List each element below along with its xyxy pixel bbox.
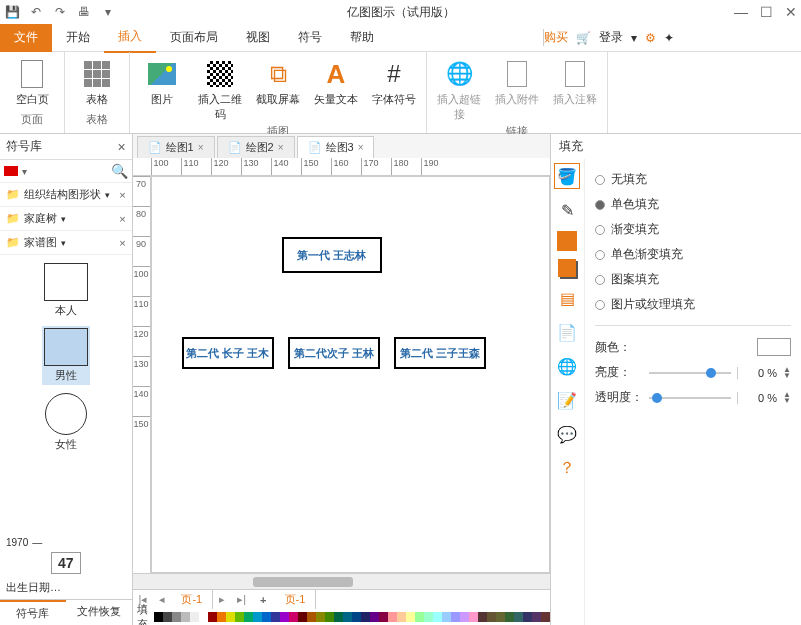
shape-box[interactable]: 本人 — [42, 261, 90, 320]
menu-start[interactable]: 开始 — [52, 23, 104, 52]
login-link[interactable]: 登录 — [599, 29, 623, 46]
cart-icon[interactable]: 🛒 — [576, 31, 591, 45]
globe-icon[interactable]: 🌐 — [554, 353, 580, 379]
color-swatch-item[interactable] — [244, 612, 253, 622]
color-swatch-item[interactable] — [316, 612, 325, 622]
color-swatch-item[interactable] — [388, 612, 397, 622]
color-swatch-item[interactable] — [235, 612, 244, 622]
page-prev-icon[interactable]: ◂ — [153, 593, 171, 606]
brightness-slider[interactable] — [649, 372, 732, 374]
horizontal-scrollbar[interactable] — [133, 573, 550, 589]
ribbon-hash-button[interactable]: #字体符号 — [370, 56, 418, 122]
color-swatch-item[interactable] — [352, 612, 361, 622]
color-swatch-item[interactable] — [532, 612, 541, 622]
color-swatch-item[interactable] — [190, 612, 199, 622]
color-swatch-icon[interactable] — [557, 231, 577, 251]
category-close-icon[interactable]: × — [119, 213, 125, 225]
color-swatch-item[interactable] — [523, 612, 532, 622]
color-swatch-item[interactable] — [181, 612, 190, 622]
fill-option[interactable]: 无填充 — [595, 167, 791, 192]
brightness-value[interactable]: 0 % — [737, 367, 777, 379]
color-swatch-item[interactable] — [433, 612, 442, 622]
page-tab[interactable]: 页-1 — [275, 590, 317, 609]
color-swatch-item[interactable] — [379, 612, 388, 622]
search-icon[interactable]: 🔍 — [111, 163, 128, 179]
color-swatch-item[interactable] — [307, 612, 316, 622]
color-swatch-item[interactable] — [253, 612, 262, 622]
color-swatch-item[interactable] — [334, 612, 343, 622]
doc-tab[interactable]: 📄绘图1× — [137, 136, 215, 158]
ribbon-grid-button[interactable]: 表格 — [73, 56, 121, 110]
color-swatch-item[interactable] — [280, 612, 289, 622]
canvas[interactable]: 第一代 王志林第二代 长子 王木第二代次子 王林第二代 三子王森 — [151, 176, 550, 573]
color-swatch-item[interactable] — [217, 612, 226, 622]
color-swatch-item[interactable] — [172, 612, 181, 622]
qat-print-icon[interactable]: 🖶 — [76, 4, 92, 20]
ribbon-qr-button[interactable]: 插入二维码 — [196, 56, 244, 122]
language-flag-icon[interactable] — [4, 166, 18, 176]
shape-box-male[interactable]: 男性 — [42, 326, 90, 385]
year-value[interactable]: 47 — [51, 552, 81, 574]
diagram-node[interactable]: 第二代次子 王林 — [288, 337, 380, 369]
category-close-icon[interactable]: × — [119, 237, 125, 249]
menu-file[interactable]: 文件 — [0, 23, 52, 52]
color-swatch-item[interactable] — [487, 612, 496, 622]
shape-circle[interactable]: 女性 — [43, 391, 89, 454]
color-swatch-item[interactable] — [496, 612, 505, 622]
diagram-node[interactable]: 第一代 王志林 — [282, 237, 382, 273]
fill-option[interactable]: 图片或纹理填充 — [595, 292, 791, 317]
color-swatch-item[interactable] — [262, 612, 271, 622]
color-swatch-item[interactable] — [442, 612, 451, 622]
color-swatch-item[interactable] — [415, 612, 424, 622]
menu-layout[interactable]: 页面布局 — [156, 23, 232, 52]
opacity-spinner[interactable]: ▲▼ — [783, 392, 791, 404]
color-swatch-item[interactable] — [343, 612, 352, 622]
qat-more-icon[interactable]: ▾ — [100, 4, 116, 20]
comment-icon[interactable]: 💬 — [554, 421, 580, 447]
sheet-tab[interactable]: 页-1 — [171, 590, 213, 609]
color-swatch-item[interactable] — [451, 612, 460, 622]
color-swatch-item[interactable] — [325, 612, 334, 622]
fill-option[interactable]: 单色填充 — [595, 192, 791, 217]
ribbon-doc-button[interactable]: 插入附件 — [493, 56, 541, 122]
category-item[interactable]: 📁家谱图▾× — [0, 231, 132, 255]
doc-tab[interactable]: 📄绘图2× — [217, 136, 295, 158]
color-swatch-item[interactable] — [208, 612, 217, 622]
tab-close-icon[interactable]: × — [198, 142, 204, 153]
opacity-value[interactable]: 0 % — [737, 392, 777, 404]
page-next-icon[interactable]: ▸ — [213, 593, 231, 606]
qat-redo-icon[interactable]: ↷ — [52, 4, 68, 20]
color-swatch-item[interactable] — [505, 612, 514, 622]
layers-icon[interactable]: ▤ — [554, 285, 580, 311]
ribbon-img-button[interactable]: 图片 — [138, 56, 186, 122]
diagram-node[interactable]: 第二代 长子 王木 — [182, 337, 274, 369]
color-swatch-item[interactable] — [271, 612, 280, 622]
color-swatch-item[interactable] — [289, 612, 298, 622]
menu-symbol[interactable]: 符号 — [284, 23, 336, 52]
brightness-spinner[interactable]: ▲▼ — [783, 367, 791, 379]
ribbon-page-button[interactable]: 空白页 — [8, 56, 56, 110]
fill-option[interactable]: 渐变填充 — [595, 217, 791, 242]
gear-icon[interactable]: ⚙ — [645, 31, 656, 45]
shape-library-close-icon[interactable]: × — [117, 139, 125, 155]
color-swatch-item[interactable] — [298, 612, 307, 622]
fill-bucket-icon[interactable]: 🪣 — [554, 163, 580, 189]
opacity-slider[interactable] — [649, 397, 732, 399]
diagram-node[interactable]: 第二代 三子王森 — [394, 337, 486, 369]
menu-insert[interactable]: 插入 — [104, 22, 156, 53]
note-icon[interactable]: 📝 — [554, 387, 580, 413]
color-swatch-item[interactable] — [199, 612, 208, 622]
color-swatch-item[interactable] — [478, 612, 487, 622]
color-swatch-item[interactable] — [469, 612, 478, 622]
color-swatch-item[interactable] — [541, 612, 550, 622]
ribbon-globe-button[interactable]: 🌐插入超链接 — [435, 56, 483, 122]
menu-view[interactable]: 视图 — [232, 23, 284, 52]
chevron-down-icon[interactable]: ▾ — [631, 31, 637, 45]
fill-option[interactable]: 单色渐变填充 — [595, 242, 791, 267]
doc-tab[interactable]: 📄绘图3× — [297, 136, 375, 158]
buy-link[interactable]: 购买 — [544, 29, 568, 46]
category-close-icon[interactable]: × — [119, 189, 125, 201]
ribbon-note-button[interactable]: 插入注释 — [551, 56, 599, 122]
menu-help[interactable]: 帮助 — [336, 23, 388, 52]
page-icon[interactable]: 📄 — [554, 319, 580, 345]
